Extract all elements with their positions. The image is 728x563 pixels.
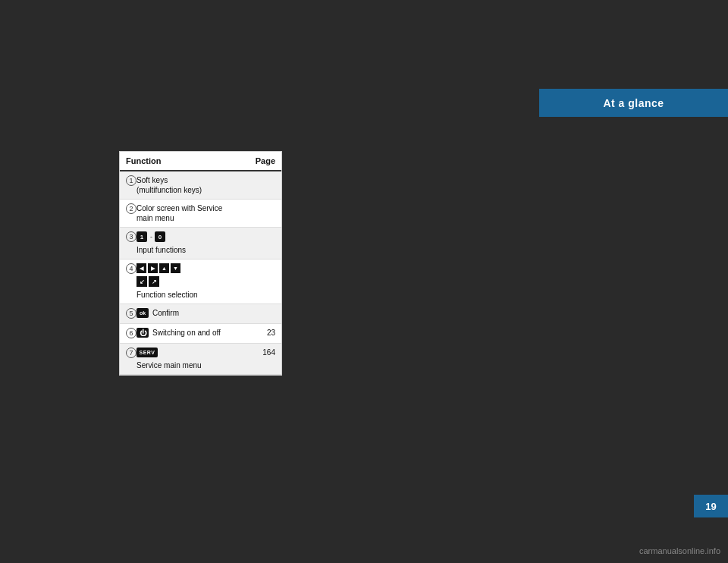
function-table: Function Page 1 Soft keys(multifunction … <box>119 151 282 376</box>
row-content: SERV Service main menu <box>136 348 256 370</box>
icons-row: ⏻ Switching on and off <box>136 328 256 338</box>
at-a-glance-label: At a glance <box>603 97 664 109</box>
row-number: 3 <box>126 231 136 242</box>
serv-icon: SERV <box>136 348 158 357</box>
row-text: Confirm <box>152 308 179 318</box>
row-number: 7 <box>126 348 136 358</box>
row-content: ok Confirm <box>136 308 256 319</box>
header-page: Page <box>256 156 275 165</box>
arrow-up-icon: ▲ <box>159 263 169 273</box>
icons-row-2: ↙ ↗ <box>136 276 256 287</box>
table-row: 1 Soft keys(multifunction keys) <box>120 171 281 200</box>
diag-down-left-icon: ↙ <box>136 276 147 287</box>
icons-row: SERV <box>136 348 256 357</box>
table-row: 3 1 - 0 Input functions <box>120 228 281 259</box>
row-page: 164 <box>256 348 275 357</box>
row-subtext: Service main menu <box>136 360 256 370</box>
page-number-badge: 19 <box>694 495 728 517</box>
arrow-left-icon: ◀ <box>136 263 146 273</box>
icons-row: 1 - 0 <box>136 231 256 242</box>
page-number: 19 <box>705 501 716 512</box>
at-a-glance-tab: At a glance <box>539 89 728 117</box>
row-number: 6 <box>126 328 136 338</box>
watermark: carmanualsonline.info <box>639 546 720 555</box>
row-number: 5 <box>126 308 136 319</box>
header-function: Function <box>126 156 161 165</box>
table-row: 6 ⏻ Switching on and off 23 <box>120 324 281 344</box>
row-content: ⏻ Switching on and off <box>136 328 256 339</box>
row-text: Switching on and off <box>152 328 221 338</box>
row-text: Color screen with Servicemain menu <box>136 203 256 223</box>
row-number: 2 <box>126 203 136 214</box>
diag-up-right-icon: ↗ <box>149 276 159 287</box>
row-content: Color screen with Servicemain menu <box>136 203 256 223</box>
row-content: Soft keys(multifunction keys) <box>136 175 256 195</box>
arrow-right-icon: ▶ <box>148 263 158 273</box>
table-row: 7 SERV Service main menu 164 <box>120 344 281 375</box>
table-row: 4 ◀ ▶ ▲ ▼ ↙ ↗ Function selection <box>120 259 281 304</box>
page-background <box>0 0 728 563</box>
arrow-down-icon: ▼ <box>171 263 180 273</box>
ok-icon: ok <box>136 308 149 318</box>
key-0-icon: 0 <box>155 231 165 242</box>
row-number: 4 <box>126 263 136 274</box>
row-text: Soft keys(multifunction keys) <box>136 175 256 195</box>
power-icon: ⏻ <box>136 328 149 338</box>
icons-row: ◀ ▶ ▲ ▼ <box>136 263 256 273</box>
table-row: 2 Color screen with Servicemain menu <box>120 200 281 228</box>
row-content: ◀ ▶ ▲ ▼ ↙ ↗ Function selection <box>136 263 256 300</box>
row-content: 1 - 0 Input functions <box>136 231 256 255</box>
row-subtext: Input functions <box>136 245 256 255</box>
table-header: Function Page <box>120 152 281 171</box>
row-page: 23 <box>256 329 275 337</box>
key-1-icon: 1 <box>136 231 147 242</box>
row-subtext: Function selection <box>136 290 256 300</box>
table-row: 5 ok Confirm <box>120 304 281 324</box>
icons-row: ok Confirm <box>136 308 256 318</box>
row-number: 1 <box>126 175 136 186</box>
watermark-text: carmanualsonline.info <box>639 546 720 555</box>
